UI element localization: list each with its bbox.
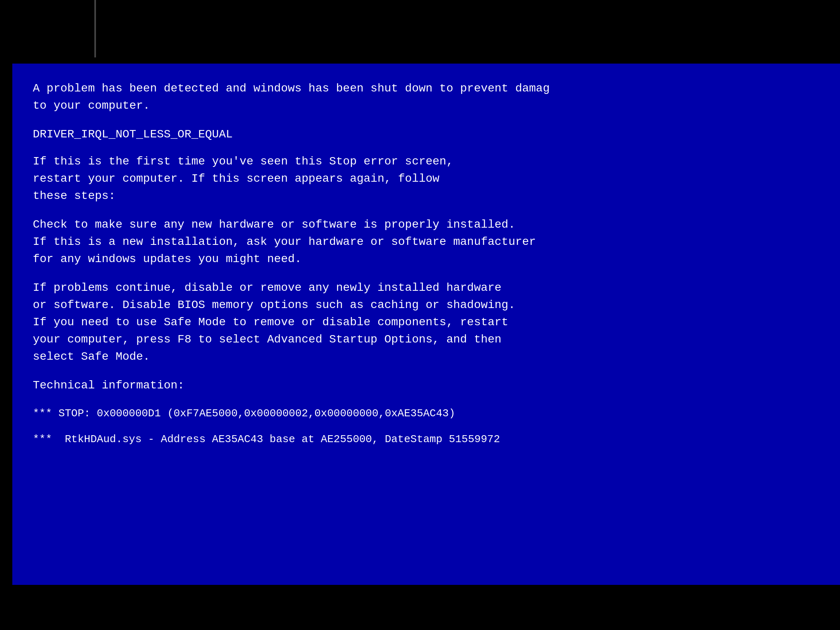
para2-line3: for any windows updates you might need.: [33, 251, 819, 268]
intro-line2: to your computer.: [33, 97, 819, 114]
para1-block: If this is the first time you've seen th…: [33, 153, 819, 205]
para3-line1: If problems continue, disable or remove …: [33, 279, 819, 297]
para2-line2: If this is a new installation, ask your …: [33, 233, 819, 251]
para3-line3: If you need to use Safe Mode to remove o…: [33, 314, 819, 331]
para1-line1: If this is the first time you've seen th…: [33, 153, 819, 170]
bsod-screen: A problem has been detected and windows …: [12, 64, 840, 585]
error-code-text: DRIVER_IRQL_NOT_LESS_OR_EQUAL: [33, 126, 819, 143]
error-code-block: DRIVER_IRQL_NOT_LESS_OR_EQUAL: [33, 126, 819, 143]
para1-line3: these steps:: [33, 187, 819, 205]
intro-line1: A problem has been detected and windows …: [33, 80, 819, 97]
stop-line-text: *** STOP: 0x000000D1 (0xF7AE5000,0x00000…: [33, 406, 819, 422]
para3-line2: or software. Disable BIOS memory options…: [33, 297, 819, 314]
para3-block: If problems continue, disable or remove …: [33, 279, 819, 365]
technical-block: Technical information:: [33, 377, 819, 394]
bsod-content: A problem has been detected and windows …: [12, 64, 840, 585]
para3-line5: select Safe Mode.: [33, 348, 819, 365]
para3-line4: your computer, press F8 to select Advanc…: [33, 331, 819, 348]
screen-container: A problem has been detected and windows …: [0, 0, 840, 630]
stop-block: *** STOP: 0x000000D1 (0xF7AE5000,0x00000…: [33, 406, 819, 422]
intro-block: A problem has been detected and windows …: [33, 80, 819, 114]
cursor-artifact: [94, 0, 96, 57]
driver-line-text: *** RtkHDAud.sys - Address AE35AC43 base…: [33, 431, 819, 447]
para2-block: Check to make sure any new hardware or s…: [33, 216, 819, 268]
driver-block: *** RtkHDAud.sys - Address AE35AC43 base…: [33, 431, 819, 447]
para2-line1: Check to make sure any new hardware or s…: [33, 216, 819, 233]
tech-info-label: Technical information:: [33, 377, 819, 394]
para1-line2: restart your computer. If this screen ap…: [33, 170, 819, 187]
